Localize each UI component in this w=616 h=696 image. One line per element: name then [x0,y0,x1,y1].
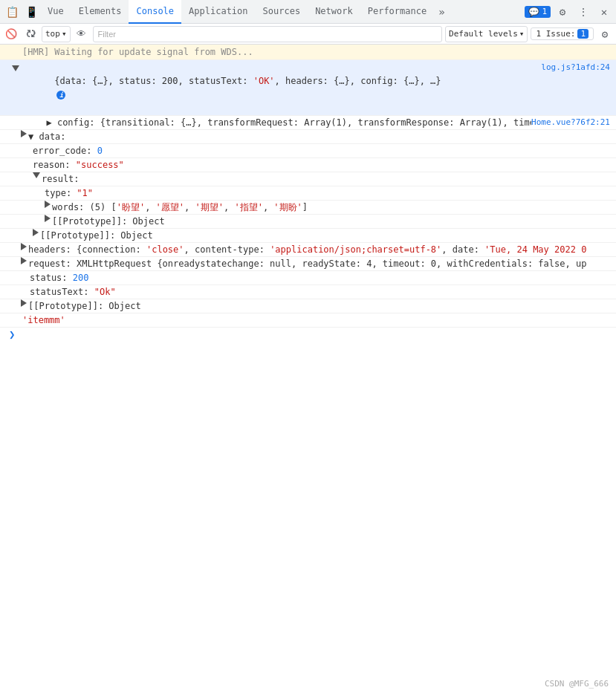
notification-badge[interactable]: 💬 1 [525,6,551,18]
eye-icon[interactable]: 👁 [74,26,90,42]
console-line: ▶ config: {transitional: {…}, transformR… [0,116,616,130]
expand-icon[interactable] [45,201,51,208]
tab-bar-left: 📋 📱 [3,3,40,21]
console-line: status: 200 [0,271,616,285]
more-options-icon[interactable]: ⋮ [574,3,592,21]
line-expand-icon[interactable] [12,61,22,74]
line-icon [12,313,22,327]
issue-counter[interactable]: 1 Issue: 1 [531,27,594,40]
console-line: [HMR] Waiting for update signal from WDS… [0,45,616,60]
filter-input[interactable] [93,26,443,42]
log-source-link[interactable]: Home.vue?76f2:21 [531,116,616,129]
tab-bar: 📋 📱 Vue Elements Console Application Sou… [0,0,616,24]
console-line: error_code: 0 [0,144,616,158]
clear-console-button[interactable]: 🚫 [3,26,19,42]
log-source-link[interactable]: log.js?1afd:24 [541,61,616,74]
tab-console[interactable]: Console [129,0,181,24]
console-message: type: "1" [45,186,93,200]
expand-icon[interactable] [33,229,39,236]
console-message: ▶ config: {transitional: {…}, transformR… [15,116,531,129]
prompt-arrow: ❯ [3,328,15,342]
context-selector[interactable]: top ▾ [42,26,71,42]
console-message: result: [42,172,80,186]
console-message: 'itemmm' [22,313,65,327]
console-message: [[Prototype]]: Object [40,229,153,242]
expand-icon[interactable] [21,130,27,137]
console-prompt-line[interactable]: ❯ [0,328,616,342]
console-line: words: (5) ['盼望', '愿望', '期望', '指望', '期盼'… [0,201,616,215]
more-tabs-button[interactable]: » [434,0,449,24]
chevron-down-icon: ▾ [519,29,525,39]
log-levels-selector[interactable]: Default levels ▾ [445,26,528,42]
console-toolbar: 🚫 🗘 top ▾ 👁 Default levels ▾ 1 Issue: 1 … [0,24,616,45]
console-line: reason: "success" [0,158,616,172]
console-line: {data: {…}, status: 200, statusText: 'OK… [0,60,616,116]
console-message: statusText: "Ok" [30,285,116,299]
console-line: 'itemmm' [0,313,616,328]
console-line: ▼ data: [0,130,616,144]
expand-icon[interactable] [33,172,40,178]
tab-performance[interactable]: Performance [360,0,434,24]
console-line: [[Prototype]]: Object [0,299,616,313]
console-message: [HMR] Waiting for update signal from WDS… [22,45,616,59]
console-message: words: (5) ['盼望', '愿望', '期望', '指望', '期盼'… [52,201,308,214]
console-message: [[Prototype]]: Object [52,215,165,228]
console-message: {data: {…}, status: 200, statusText: 'OK… [22,61,541,114]
expand-icon[interactable] [45,215,51,222]
chevron-down-icon: ▾ [62,29,67,39]
device-icon[interactable]: 📱 [22,3,40,21]
console-output: [HMR] Waiting for update signal from WDS… [0,45,616,696]
tab-network[interactable]: Network [308,0,360,24]
console-line: [[Prototype]]: Object [0,229,616,243]
tab-sources[interactable]: Sources [256,0,308,24]
console-message: reason: "success" [33,158,124,172]
expand-icon[interactable] [21,257,27,264]
issue-count-badge: 1 [577,29,589,39]
expand-icon[interactable] [21,243,27,250]
watermark: CSDN @MFG_666 [545,679,609,689]
console-settings-button[interactable]: ⚙ [597,26,613,42]
info-icon[interactable]: i [56,91,65,100]
tab-elements[interactable]: Elements [71,0,129,24]
console-line: headers: {connection: 'close', content-t… [0,243,616,257]
inspect-icon[interactable]: 📋 [3,3,21,21]
tab-application[interactable]: Application [181,0,255,24]
expand-icon[interactable] [21,299,27,307]
console-line: [[Prototype]]: Object [0,215,616,229]
settings-icon[interactable]: ⚙ [554,3,571,21]
console-line: statusText: "Ok" [0,285,616,299]
tab-bar-right: 💬 1 ⚙ ⋮ ✕ [525,3,613,21]
console-message: ▼ data: [28,130,66,143]
close-icon[interactable]: ✕ [595,3,613,21]
tab-vue[interactable]: Vue [40,0,71,24]
console-message: request: XMLHttpRequest {onreadystatecha… [28,257,586,270]
preserve-log-button[interactable]: 🗘 [22,26,39,42]
console-line: request: XMLHttpRequest {onreadystatecha… [0,257,616,271]
console-message: status: 200 [30,271,88,284]
console-message: headers: {connection: 'close', content-t… [28,243,586,256]
console-line: type: "1" [0,186,616,201]
console-message: error_code: 0 [33,144,103,157]
console-line: result: [0,172,616,186]
console-message: [[Prototype]]: Object [28,299,141,313]
